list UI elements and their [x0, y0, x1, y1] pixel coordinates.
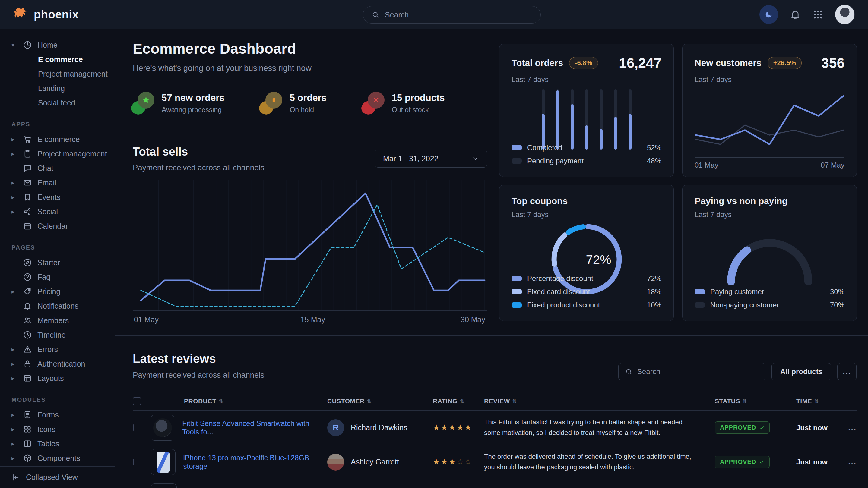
legend-swatch: [694, 302, 705, 308]
date-range-select[interactable]: Mar 1 - 31, 2022: [375, 150, 487, 168]
x-tick-label: 15 May: [300, 315, 325, 324]
legend-swatch: [512, 289, 522, 294]
x-tick: 07 May: [820, 161, 844, 169]
sidebar-item-icons[interactable]: ▸Icons: [0, 422, 115, 436]
sidebar-item-errors[interactable]: ▸Errors: [0, 342, 115, 357]
sidebar-item-label: Timeline: [37, 331, 66, 339]
sidebar-item-authentication[interactable]: ▸Authentication: [0, 357, 115, 371]
sidebar-item-layouts[interactable]: ▸Layouts: [0, 371, 115, 386]
legend-swatch: [512, 302, 522, 308]
collapsed-view-label: Collapsed View: [26, 473, 78, 482]
collapsed-view-toggle[interactable]: Collapsed View: [0, 466, 115, 488]
select-all-checkbox[interactable]: [133, 397, 141, 405]
sidebar-item-tables[interactable]: ▸Tables: [0, 436, 115, 451]
check-icon: [759, 425, 765, 430]
sidebar-item-chat[interactable]: Chat: [0, 161, 115, 175]
legend-row: Non-paying customer70%: [694, 298, 844, 312]
sidebar-item-label: Email: [37, 178, 56, 187]
top-coupons-card: Top coupons Last 7 days 72% Percentage d…: [499, 185, 674, 321]
sidebar-item-social[interactable]: ▸Social: [0, 204, 115, 219]
caret-right-icon: ▸: [11, 440, 18, 447]
chevron-down-icon: [472, 155, 479, 162]
apps-grid-icon[interactable]: [812, 9, 824, 20]
sidebar-item-calendar[interactable]: Calendar: [0, 219, 115, 233]
sidebar-item-label: Tables: [37, 440, 59, 448]
review-text: This Fitbit is fantastic! I was trying t…: [484, 417, 715, 438]
sidebar-item-forms[interactable]: ▸Forms: [0, 408, 115, 422]
legend-value: 18%: [647, 288, 661, 296]
legend-label: Percentage discount: [527, 274, 593, 283]
legend-label: Paying customer: [710, 288, 764, 296]
sidebar-item-timeline[interactable]: Timeline: [0, 328, 115, 342]
card-title: Top coupons: [512, 196, 568, 206]
navbar-search[interactable]: [363, 6, 541, 24]
bookmark-icon: [22, 193, 33, 202]
card-title: Paying vs non paying: [694, 196, 787, 206]
row-actions-button[interactable]: ...: [838, 423, 857, 432]
sidebar-item-components[interactable]: ▸Components: [0, 451, 115, 465]
sidebar-item-label: Faq: [37, 273, 50, 282]
dark-mode-toggle[interactable]: [760, 5, 778, 24]
warning-icon: [22, 345, 33, 354]
sidebar-item-starter[interactable]: Starter: [0, 255, 115, 270]
sidebar-item-email[interactable]: ▸Email: [0, 175, 115, 190]
reviews-search-input[interactable]: [637, 367, 758, 376]
card-title: New customers: [694, 58, 762, 68]
sidebar-item-e-commerce[interactable]: ▸E commerce: [0, 132, 115, 147]
navbar-search-input[interactable]: [385, 10, 532, 19]
top-navbar: phoenix: [0, 0, 868, 29]
review-text: The order was delivered ahead of schedul…: [484, 452, 715, 472]
row-actions-button[interactable]: ...: [838, 457, 857, 466]
product-thumbnail[interactable]: [151, 449, 176, 475]
legend-swatch: [512, 276, 522, 281]
product-link[interactable]: iPhone 13 pro max-Pacific Blue-128GB sto…: [183, 454, 327, 470]
columns-icon: [22, 439, 33, 448]
column-header-status[interactable]: STATUS⇅: [715, 398, 796, 405]
sidebar-item-pricing[interactable]: ▸Pricing: [0, 284, 115, 299]
x-tick-label: 30 May: [461, 315, 485, 324]
product-link[interactable]: Fitbit Sense Advanced Smartwatch with To…: [182, 419, 327, 436]
brand[interactable]: phoenix: [13, 7, 79, 22]
legend-row: Pending payment48%: [512, 154, 661, 168]
card-period: Last 7 days: [694, 210, 844, 219]
sidebar-item-label: E commerce: [37, 135, 80, 144]
product-cell: iPhone 13 pro max-Pacific Blue-128GB sto…: [151, 449, 327, 475]
stat-sub: On hold: [289, 106, 326, 114]
all-products-button[interactable]: All products: [772, 363, 831, 380]
column-header-time[interactable]: TIME⇅: [796, 398, 838, 405]
column-header-customer[interactable]: CUSTOMER⇅: [327, 398, 433, 405]
row-checkbox[interactable]: [133, 424, 134, 431]
sidebar-item-notifications[interactable]: Notifications: [0, 299, 115, 313]
total-orders-value: 16,247: [619, 55, 661, 71]
sidebar-item-project-management[interactable]: Project management: [0, 67, 115, 81]
row-checkbox[interactable]: [133, 459, 134, 465]
check-icon: [759, 459, 765, 465]
legend-label: Completed: [527, 143, 562, 152]
user-avatar[interactable]: [835, 4, 855, 24]
caret-right-icon: ▸: [11, 360, 18, 367]
column-header-product[interactable]: PRODUCT⇅: [151, 398, 327, 405]
status-badge: APPROVED: [715, 421, 770, 434]
reviews-search[interactable]: [618, 363, 766, 380]
product-thumbnail[interactable]: [151, 415, 174, 441]
sidebar-item-events[interactable]: ▸Events: [0, 190, 115, 204]
sidebar-item-landing[interactable]: Landing: [0, 81, 115, 96]
sidebar-item-social-feed[interactable]: Social feed: [0, 96, 115, 110]
reviews-more-button[interactable]: ...: [837, 363, 857, 380]
mail-icon: [22, 178, 33, 187]
notifications-bell-icon[interactable]: [789, 9, 801, 20]
column-header-rating[interactable]: RATING⇅: [433, 398, 484, 405]
sidebar-item-project-management[interactable]: ▸Project management: [0, 147, 115, 161]
sidebar-item-e-commerce[interactable]: E commerce: [0, 52, 115, 67]
order-bar: [599, 89, 602, 150]
sidebar-item-faq[interactable]: Faq: [0, 270, 115, 284]
legend-value: 48%: [647, 157, 661, 165]
column-label: RATING: [433, 398, 458, 405]
caret-right-icon: ▸: [11, 208, 18, 215]
column-header-review[interactable]: REVIEW⇅: [484, 398, 715, 405]
sidebar-item-members[interactable]: Members: [0, 313, 115, 328]
caret-right-icon: ▸: [11, 426, 18, 433]
sidebar-group-home[interactable]: ▾Home: [0, 38, 115, 52]
customer-avatar: R: [327, 419, 344, 436]
sidebar-item-label: Project management: [37, 150, 107, 158]
